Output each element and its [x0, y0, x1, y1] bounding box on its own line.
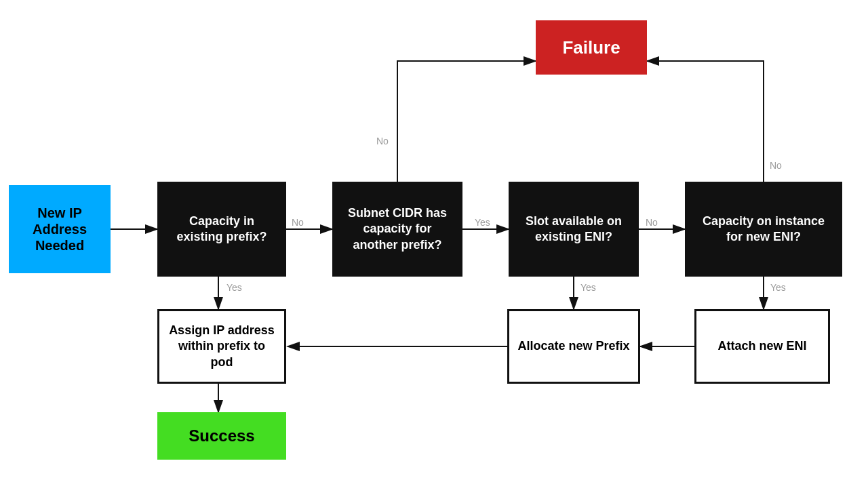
yes-label-slot: Yes — [580, 282, 596, 293]
no-label-1: No — [292, 217, 304, 228]
yes-label-2: Yes — [226, 282, 242, 293]
allocate-prefix-node: Allocate new Prefix — [507, 309, 640, 384]
flowchart-diagram: New IP Address Needed Capacity in existi… — [0, 0, 868, 480]
capacity-existing-prefix-node: Capacity in existing prefix? — [157, 182, 286, 277]
success-node: Success — [157, 412, 286, 460]
subnet-cidr-node: Subnet CIDR has capacity for another pre… — [332, 182, 462, 277]
yes-label-1: Yes — [475, 217, 490, 228]
yes-label-3: Yes — [770, 282, 786, 293]
failure-node: Failure — [536, 20, 647, 75]
no-label-2: No — [376, 136, 389, 146]
no-label-4: No — [770, 160, 782, 171]
no-label-3: No — [646, 217, 658, 228]
capacity-instance-node: Capacity on instance for new ENI? — [685, 182, 842, 277]
assign-ip-node: Assign IP address within prefix to pod — [157, 309, 286, 384]
attach-eni-node: Attach new ENI — [694, 309, 830, 384]
slot-available-eni-node: Slot available on existing ENI? — [509, 182, 639, 277]
new-ip-address-needed-node: New IP Address Needed — [9, 185, 111, 273]
